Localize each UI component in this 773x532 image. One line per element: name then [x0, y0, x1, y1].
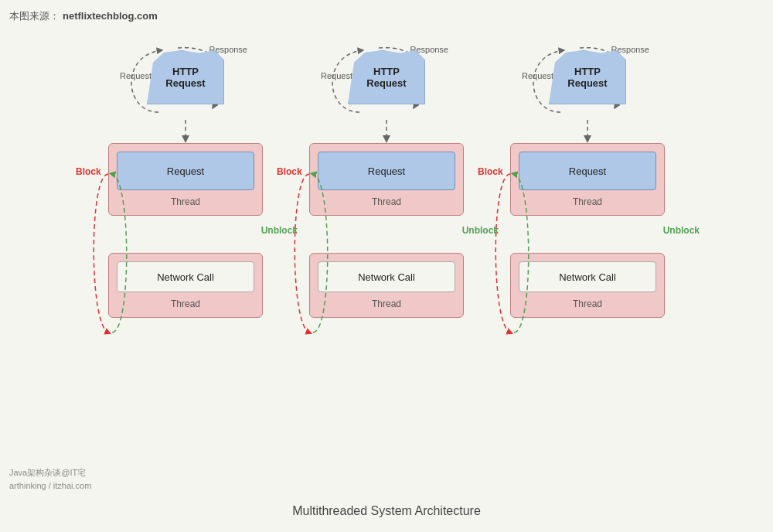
watermark-url: netflixtechblog.com: [63, 10, 158, 22]
block-label-1: Block: [76, 166, 101, 177]
request-thread-wrapper-1: Block Request Thread: [108, 143, 263, 216]
http-line2-2: Request: [366, 77, 406, 89]
gap-2: Unblock: [309, 216, 464, 253]
http-line1-1: HTTP: [172, 66, 199, 77]
network-thread-label-3: Thread: [519, 297, 656, 309]
network-thread-wrapper-3: Network Call Thread: [510, 253, 665, 318]
http-wrapper-3: Request Response HTTP Request: [518, 39, 657, 116]
unblock-label-1: Unblock: [261, 225, 298, 236]
gap-3: Unblock: [510, 216, 665, 253]
network-inner-1: Network Call: [117, 261, 254, 292]
http-box-2: HTTP Request: [348, 50, 425, 104]
network-inner-2: Network Call: [318, 261, 455, 292]
block-label-2: Block: [277, 166, 302, 177]
down-arrow-3: [580, 120, 595, 143]
svg-marker-1: [182, 135, 189, 143]
down-arrow-2: [379, 120, 394, 143]
http-line1-2: HTTP: [373, 66, 400, 77]
request-thread-label-2: Thread: [318, 195, 455, 207]
http-line2-3: Request: [567, 77, 607, 89]
http-box-1: HTTP Request: [147, 50, 224, 104]
network-thread-wrapper-2: Network Call Thread: [309, 253, 464, 318]
request-thread-box-1: Request Thread: [108, 143, 263, 216]
column-1: Request Response HTTP: [108, 39, 263, 318]
http-wrapper-1: Request Response HTTP: [116, 39, 255, 116]
gap-1: Unblock: [108, 216, 263, 253]
column-3: Request Response HTTP Request: [510, 39, 665, 318]
unblock-label-3: Unblock: [663, 225, 700, 236]
request-inner-1: Request: [117, 152, 254, 190]
diagram-title: Multithreaded System Architecture: [0, 504, 773, 518]
request-thread-label-3: Thread: [519, 195, 656, 207]
request-thread-label-1: Thread: [117, 195, 254, 207]
watermark: 本图来源：netflixtechblog.com: [9, 9, 161, 23]
request-inner-2: Request: [318, 152, 455, 190]
network-box-3: Network Call Thread: [510, 253, 665, 318]
network-thread-label-1: Thread: [117, 297, 254, 309]
unblock-label-2: Unblock: [462, 225, 499, 236]
request-thread-box-3: Request Thread: [510, 143, 665, 216]
network-thread-label-2: Thread: [318, 297, 455, 309]
diagram-area: Request Response HTTP: [0, 31, 773, 493]
request-thread-wrapper-3: Block Request Thread: [510, 143, 665, 216]
network-box-1: Network Call Thread: [108, 253, 263, 318]
svg-marker-3: [383, 135, 390, 143]
http-line2-1: Request: [165, 77, 205, 89]
http-line1-3: HTTP: [574, 66, 601, 77]
network-inner-3: Network Call: [519, 261, 656, 292]
down-arrow-1: [178, 120, 193, 143]
block-label-3: Block: [478, 166, 503, 177]
request-thread-box-2: Request Thread: [309, 143, 464, 216]
request-thread-wrapper-2: Block Request Thread: [309, 143, 464, 216]
http-box-3: HTTP Request: [549, 50, 626, 104]
network-box-2: Network Call Thread: [309, 253, 464, 318]
request-inner-3: Request: [519, 152, 656, 190]
svg-marker-5: [584, 135, 591, 143]
http-wrapper-2: Request Response HTTP Request: [317, 39, 456, 116]
network-thread-wrapper-1: Network Call Thread: [108, 253, 263, 318]
watermark-prefix: 本图来源：: [9, 10, 60, 22]
column-2: Request Response HTTP Request: [309, 39, 464, 318]
